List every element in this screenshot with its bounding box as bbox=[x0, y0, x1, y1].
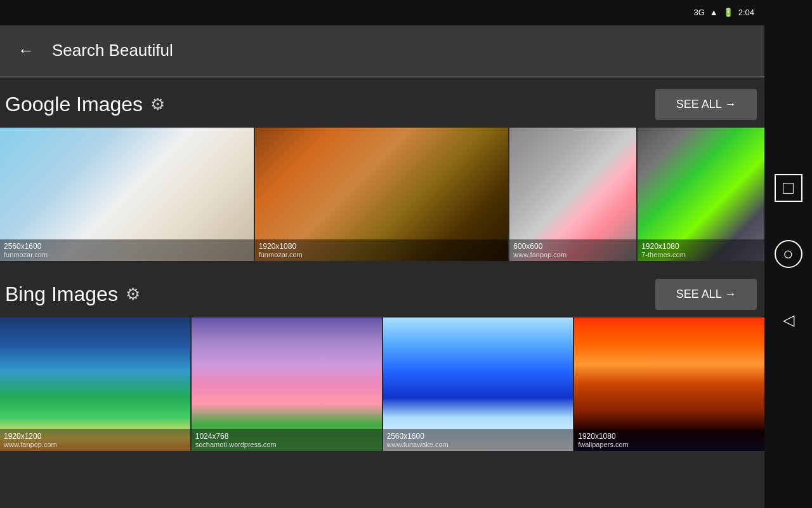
app-bar: ← Search Beautiful bbox=[0, 25, 764, 76]
bing-image-size-3: 1920x1080 bbox=[578, 432, 761, 441]
google-image-size-0: 2560x1600 bbox=[4, 242, 250, 251]
google-images-header: Google Images ⚙ SEE ALL → bbox=[0, 84, 764, 128]
back-icon: ← bbox=[18, 41, 34, 60]
google-image-source-3: 7-themes.com bbox=[641, 251, 761, 258]
navigation-bar: □ ○ ◁ bbox=[764, 0, 812, 508]
square-icon: □ bbox=[783, 178, 794, 198]
bing-images-title-area: Bing Images ⚙ bbox=[5, 283, 140, 306]
google-image-overlay-3: 1920x1080 7-themes.com bbox=[638, 239, 764, 261]
back-button[interactable]: ← bbox=[13, 36, 39, 65]
google-images-grid: 2560x1600 funmozar.com 1920x1080 funmoza… bbox=[0, 128, 764, 261]
back-nav-button[interactable]: ◁ bbox=[775, 306, 802, 334]
bing-image-overlay-3: 1920x1080 fwallpapers.com bbox=[574, 429, 764, 451]
bing-image-source-0: www.fanpop.com bbox=[4, 441, 187, 448]
google-image-tile-3[interactable]: 1920x1080 7-themes.com bbox=[638, 128, 764, 261]
google-image-size-1: 1920x1080 bbox=[259, 242, 505, 251]
google-images-see-all-button[interactable]: SEE ALL → bbox=[655, 89, 757, 120]
main-content: Google Images ⚙ SEE ALL → 2560x1600 funm… bbox=[0, 77, 764, 508]
google-images-settings-icon[interactable]: ⚙ bbox=[150, 95, 165, 114]
bing-image-tile-0[interactable]: 1920x1200 www.fanpop.com bbox=[0, 318, 190, 451]
network-indicator: 3G bbox=[693, 8, 704, 17]
battery-icon: 🔋 bbox=[723, 8, 733, 17]
square-nav-button[interactable]: □ bbox=[775, 174, 802, 202]
google-image-overlay-1: 1920x1080 funmozar.com bbox=[255, 239, 509, 261]
google-images-title: Google Images bbox=[5, 93, 143, 116]
bing-image-source-2: www.funawake.com bbox=[387, 441, 570, 448]
google-images-section: Google Images ⚙ SEE ALL → 2560x1600 funm… bbox=[0, 84, 764, 261]
bing-image-tile-2[interactable]: 2560x1600 www.funawake.com bbox=[383, 318, 573, 451]
time-display: 2:04 bbox=[738, 8, 754, 17]
content-area: 3G ▲ 🔋 2:04 ← Search Beautiful Google Im… bbox=[0, 0, 764, 508]
bing-image-overlay-1: 1024x768 sochamoti.wordpress.com bbox=[192, 429, 382, 451]
bing-image-overlay-2: 2560x1600 www.funawake.com bbox=[383, 429, 573, 451]
google-image-overlay-0: 2560x1600 funmozar.com bbox=[0, 239, 254, 261]
bing-image-size-0: 1920x1200 bbox=[4, 432, 187, 441]
google-image-overlay-2: 600x600 www.fanpop.com bbox=[509, 239, 636, 261]
google-image-tile-0[interactable]: 2560x1600 funmozar.com bbox=[0, 128, 254, 261]
bing-image-size-2: 2560x1600 bbox=[387, 432, 570, 441]
bing-images-title: Bing Images bbox=[5, 283, 118, 306]
bing-image-source-1: sochamoti.wordpress.com bbox=[195, 441, 378, 448]
bing-image-overlay-0: 1920x1200 www.fanpop.com bbox=[0, 429, 190, 451]
signal-icon: ▲ bbox=[710, 8, 718, 17]
bing-images-grid: 1920x1200 www.fanpop.com 1024x768 socham… bbox=[0, 318, 764, 451]
google-image-size-3: 1920x1080 bbox=[641, 242, 761, 251]
bing-image-tile-1[interactable]: 1024x768 sochamoti.wordpress.com bbox=[192, 318, 382, 451]
bing-images-settings-icon[interactable]: ⚙ bbox=[126, 284, 140, 304]
triangle-icon: ◁ bbox=[783, 311, 794, 329]
google-image-size-2: 600x600 bbox=[513, 242, 632, 251]
google-image-source-2: www.fanpop.com bbox=[513, 251, 632, 258]
google-image-tile-1[interactable]: 1920x1080 funmozar.com bbox=[255, 128, 509, 261]
status-bar: 3G ▲ 🔋 2:04 bbox=[0, 0, 764, 25]
app-layout: 3G ▲ 🔋 2:04 ← Search Beautiful Google Im… bbox=[0, 0, 812, 508]
circle-nav-button[interactable]: ○ bbox=[775, 240, 802, 268]
google-image-tile-2[interactable]: 600x600 www.fanpop.com bbox=[509, 128, 636, 261]
bing-image-source-3: fwallpapers.com bbox=[578, 441, 761, 448]
bing-images-see-all-button[interactable]: SEE ALL → bbox=[655, 279, 757, 310]
circle-icon: ○ bbox=[783, 244, 794, 264]
google-image-source-0: funmozar.com bbox=[4, 251, 250, 258]
google-image-source-1: funmozar.com bbox=[259, 251, 505, 258]
page-title: Search Beautiful bbox=[52, 41, 173, 60]
bing-images-section: Bing Images ⚙ SEE ALL → 1920x1200 www.fa… bbox=[0, 274, 764, 451]
bing-image-tile-3[interactable]: 1920x1080 fwallpapers.com bbox=[574, 318, 764, 451]
bing-images-header: Bing Images ⚙ SEE ALL → bbox=[0, 274, 764, 318]
bing-image-size-1: 1024x768 bbox=[195, 432, 378, 441]
google-images-title-area: Google Images ⚙ bbox=[5, 93, 165, 116]
